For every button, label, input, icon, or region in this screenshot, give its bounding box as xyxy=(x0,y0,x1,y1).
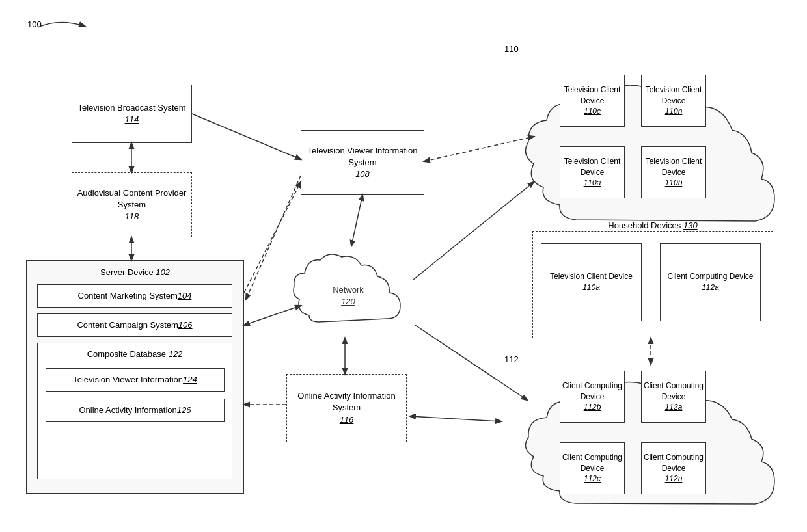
content-marketing-box: Content Marketing System 104 xyxy=(37,284,232,308)
tv-viewer-info-box: Television Viewer Information 124 xyxy=(46,368,225,392)
network-cloud: Network 120 xyxy=(280,241,417,345)
household-devices-box: Household Devices 130 Television Client … xyxy=(532,231,773,338)
diagram: 100 Television Broadcast System 114 Audi… xyxy=(0,0,807,532)
composite-db-box: Composite Database 122 Television Viewer… xyxy=(37,343,232,479)
tv-client-110b: Television Client Device 110b xyxy=(641,146,706,198)
client-112c: Client Computing Device 112c xyxy=(560,442,625,494)
av-content-box: Audiovisual Content Provider System 118 xyxy=(72,172,192,237)
client-112a-house: Client Computing Device 112a xyxy=(660,243,761,321)
client-112n: Client Computing Device 112n xyxy=(641,442,706,494)
tv-client-110c: Television Client Device 110c xyxy=(560,75,625,127)
svg-line-6 xyxy=(351,195,362,246)
online-activity-sys-box: Online Activity Information System 116 xyxy=(286,374,407,442)
tv-client-110a-cloud: Television Client Device 110a xyxy=(560,146,625,198)
svg-line-9 xyxy=(410,416,501,421)
tv-client-110n: Television Client Device 110n xyxy=(641,75,706,127)
svg-text:Network: Network xyxy=(333,285,364,295)
online-activity-info-box: Online Activity Information 126 xyxy=(46,399,225,422)
cloud-112: Client Computing Device 112b Client Comp… xyxy=(501,351,781,520)
cloud-110: Television Client Device 110c Television… xyxy=(501,39,781,241)
tv-client-110a-house: Television Client Device 110a xyxy=(541,243,642,321)
svg-text:120: 120 xyxy=(341,297,355,306)
client-112b: Client Computing Device 112b xyxy=(560,371,625,423)
client-112a-cloud: Client Computing Device 112a xyxy=(641,371,706,423)
svg-line-4 xyxy=(192,114,301,159)
content-campaign-box: Content Campaign System 106 xyxy=(37,313,232,337)
tv-viewer-sys-box: Television Viewer Information System 108 xyxy=(301,130,424,195)
server-device-box: Server Device 102 Content Marketing Syst… xyxy=(26,260,244,494)
tv-broadcast-box: Television Broadcast System 114 xyxy=(72,85,192,143)
figure-label: 100 xyxy=(27,20,42,29)
